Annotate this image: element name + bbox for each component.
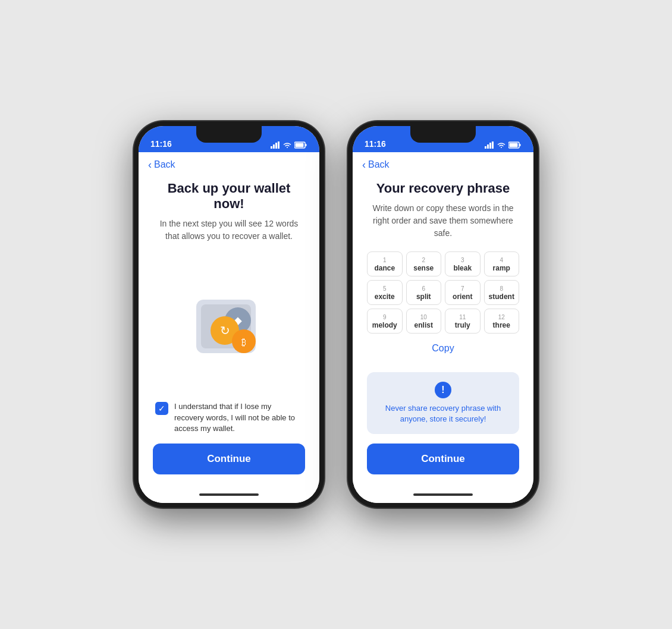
phone-shell-2: 11:16 <box>348 121 538 508</box>
wallet-illustration: ◆ ↻ ₿ <box>153 260 305 395</box>
home-indicator-1 <box>139 486 319 503</box>
phrase-text: sense <box>409 264 439 272</box>
status-icons-1 <box>271 141 307 149</box>
vault-svg: ◆ ↻ ₿ <box>178 282 280 374</box>
svg-text:↻: ↻ <box>220 324 230 337</box>
signal-icon-2 <box>485 141 494 149</box>
phrase-word-9: 9 melody <box>367 309 403 334</box>
svg-rect-18 <box>485 146 486 149</box>
back-label-2: Back <box>368 159 390 170</box>
continue-button-2[interactable]: Continue <box>367 444 519 474</box>
svg-rect-20 <box>489 143 491 149</box>
home-indicator-2 <box>353 486 533 503</box>
phrase-grid: 1 dance2 sense3 bleak4 ramp5 excite6 spl… <box>367 251 519 334</box>
back-button-1[interactable]: ‹ Back <box>148 159 310 170</box>
phrase-text: excite <box>370 293 400 301</box>
phrase-text: bleak <box>448 264 478 272</box>
svg-rect-19 <box>487 144 489 149</box>
checkbox-area: ✓ I understand that if I lose my recover… <box>153 401 305 434</box>
phrase-num: 1 <box>383 257 387 263</box>
phone-screen-2: 11:16 <box>353 126 533 503</box>
checkbox-label: I understand that if I lose my recovery … <box>174 401 303 434</box>
phrase-text: melody <box>370 321 400 329</box>
continue-button-1[interactable]: Continue <box>153 444 305 474</box>
phrase-num: 12 <box>498 314 505 320</box>
svg-rect-3 <box>278 141 280 149</box>
battery-icon <box>294 141 307 149</box>
screen-2-content: ‹ Back Your recovery phrase Write down o… <box>353 152 533 503</box>
home-bar-1 <box>199 493 259 496</box>
back-chevron-2: ‹ <box>362 159 366 170</box>
status-time-1: 11:16 <box>150 139 172 149</box>
wifi-icon <box>282 141 292 149</box>
warning-icon: ! <box>435 382 451 398</box>
warning-text: Never share recovery phrase with anyone,… <box>376 403 510 424</box>
home-bar-2 <box>413 493 473 496</box>
phrase-word-4: 4 ramp <box>484 251 520 276</box>
signal-icon <box>271 141 280 149</box>
phrase-num: 9 <box>383 314 387 320</box>
phrase-text: truly <box>448 321 478 329</box>
phrase-word-2: 2 sense <box>406 251 442 276</box>
svg-rect-6 <box>296 143 304 147</box>
phrase-text: dance <box>370 264 400 272</box>
phrase-text: enlist <box>409 321 439 329</box>
page-title-2: Your recovery phrase <box>367 181 519 196</box>
phrase-num: 3 <box>461 257 464 263</box>
battery-icon-2 <box>508 141 522 149</box>
svg-text:₿: ₿ <box>241 337 246 347</box>
wifi-icon-2 <box>497 141 506 149</box>
phrase-text: ramp <box>487 264 517 272</box>
phrase-word-8: 8 student <box>484 280 520 305</box>
back-label-1: Back <box>154 159 175 170</box>
phrase-num: 4 <box>500 257 503 263</box>
phrase-word-3: 3 bleak <box>445 251 481 276</box>
notch-1 <box>196 126 262 143</box>
back-button-2[interactable]: ‹ Back <box>362 159 524 170</box>
status-time-2: 11:16 <box>365 139 386 149</box>
warning-box: ! Never share recovery phrase with anyon… <box>367 372 519 434</box>
phrase-num: 8 <box>500 285 503 292</box>
phrase-word-10: 10 enlist <box>406 309 442 334</box>
phrase-num: 7 <box>461 285 464 292</box>
phrase-num: 10 <box>420 314 427 320</box>
svg-rect-21 <box>492 141 494 149</box>
page-2-content: Your recovery phrase Write down or copy … <box>353 175 533 486</box>
page-subtitle-2: Write down or copy these words in the ri… <box>367 202 519 240</box>
phrase-word-1: 1 dance <box>367 251 403 276</box>
phrase-text: student <box>487 293 517 301</box>
phrase-word-12: 12 three <box>484 309 520 334</box>
phrase-text: three <box>487 321 517 329</box>
phone-2: 11:16 <box>348 121 538 508</box>
svg-rect-1 <box>273 144 275 149</box>
screen-1-content: ‹ Back Back up your wallet now! In the n… <box>139 152 319 503</box>
phrase-word-11: 11 truly <box>445 309 481 334</box>
copy-button[interactable]: Copy <box>367 343 519 354</box>
svg-rect-24 <box>510 143 518 147</box>
phone-screen-1: 11:16 <box>139 126 319 503</box>
nav-bar-1: ‹ Back <box>139 152 319 175</box>
phrase-text: orient <box>448 293 478 301</box>
status-icons-2 <box>485 141 522 149</box>
nav-bar-2: ‹ Back <box>353 152 533 175</box>
page-title-1: Back up your wallet now! <box>153 181 305 212</box>
phrase-word-5: 5 excite <box>367 280 403 305</box>
svg-rect-23 <box>520 144 521 146</box>
phrase-num: 5 <box>383 285 387 292</box>
phone-shell-1: 11:16 <box>134 121 324 508</box>
notch-2 <box>410 126 476 143</box>
svg-rect-0 <box>271 146 272 149</box>
terms-checkbox[interactable]: ✓ <box>155 402 168 415</box>
phrase-num: 2 <box>422 257 425 263</box>
phone-1: 11:16 <box>134 121 324 508</box>
page-subtitle-1: In the next step you will see 12 words t… <box>153 218 305 243</box>
checkmark-icon: ✓ <box>158 404 165 413</box>
phrase-text: split <box>409 293 439 301</box>
phrase-word-7: 7 orient <box>445 280 481 305</box>
phrase-word-6: 6 split <box>406 280 442 305</box>
back-chevron-1: ‹ <box>148 159 152 170</box>
svg-rect-2 <box>275 143 277 149</box>
phrase-num: 11 <box>459 314 466 320</box>
phrase-num: 6 <box>422 285 425 292</box>
svg-rect-5 <box>306 144 307 146</box>
